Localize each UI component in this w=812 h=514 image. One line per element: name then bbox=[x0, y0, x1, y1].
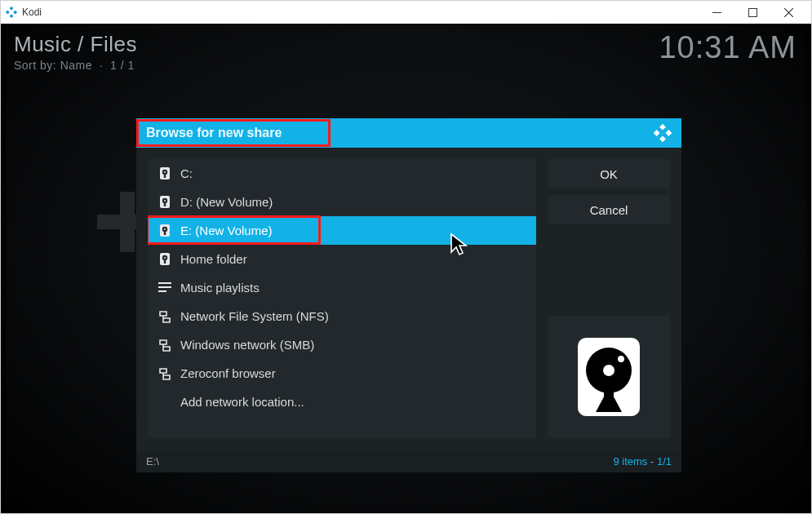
svg-rect-11 bbox=[659, 135, 666, 142]
svg-rect-5 bbox=[748, 8, 757, 16]
dialog-header: Browse for new share bbox=[136, 118, 681, 148]
source-item-label: Add network location... bbox=[180, 395, 304, 409]
svg-rect-9 bbox=[654, 130, 660, 136]
titlebar: Kodi bbox=[1, 1, 811, 24]
source-item-label: D: (New Volume) bbox=[180, 195, 273, 209]
drive-preview-icon bbox=[575, 336, 643, 418]
minimize-button[interactable] bbox=[699, 1, 734, 24]
source-item[interactable]: Network File System (NFS) bbox=[148, 302, 536, 330]
dialog-footer: E:\ 9 items - 1/1 bbox=[136, 450, 681, 472]
svg-rect-2 bbox=[13, 11, 17, 15]
source-item[interactable]: Add network location... bbox=[148, 388, 536, 416]
svg-point-15 bbox=[618, 356, 624, 362]
source-item-label: Zeroconf browser bbox=[180, 366, 276, 380]
source-item[interactable]: E: (New Volume) bbox=[148, 216, 536, 245]
source-item-label: C: bbox=[180, 166, 193, 180]
svg-rect-0 bbox=[10, 7, 14, 11]
kodi-main: Music / Files Sort by: Name · 1 / 1 10:3… bbox=[1, 24, 811, 513]
playlist-icon bbox=[158, 281, 172, 295]
source-item[interactable]: Music playlists bbox=[148, 273, 536, 302]
source-item-label: Windows network (SMB) bbox=[180, 338, 314, 352]
preview-thumbnail bbox=[548, 316, 670, 438]
kodi-logo-icon bbox=[654, 124, 672, 142]
source-item[interactable]: Home folder bbox=[148, 245, 536, 273]
source-item-label: Home folder bbox=[180, 252, 247, 266]
cancel-button[interactable]: Cancel bbox=[548, 195, 670, 224]
source-item-label: Network File System (NFS) bbox=[180, 309, 329, 323]
browse-dialog: Browse for new share C:D: (New Volume)E:… bbox=[136, 118, 681, 472]
source-item[interactable]: Windows network (SMB) bbox=[148, 330, 536, 359]
source-item-label: Music playlists bbox=[180, 281, 260, 295]
close-button[interactable] bbox=[770, 1, 806, 24]
footer-count: 9 items - 1/1 bbox=[613, 455, 672, 467]
drive-icon bbox=[158, 252, 172, 267]
svg-rect-1 bbox=[6, 11, 10, 15]
dialog-body: C:D: (New Volume)E: (New Volume)Home fol… bbox=[136, 148, 681, 450]
app-window: Kodi Music / Files Sort by: Name · 1 / 1… bbox=[0, 0, 812, 514]
footer-path: E:\ bbox=[146, 455, 159, 467]
svg-rect-4 bbox=[712, 12, 721, 13]
breadcrumb-subline: Sort by: Name · 1 / 1 bbox=[14, 59, 137, 72]
svg-rect-16 bbox=[604, 385, 614, 400]
drive-icon bbox=[158, 166, 172, 181]
svg-rect-3 bbox=[10, 14, 14, 18]
maximize-button[interactable] bbox=[734, 1, 770, 24]
dialog-title: Browse for new share bbox=[146, 126, 282, 140]
source-item-label: E: (New Volume) bbox=[180, 224, 273, 237]
breadcrumb-path: Music / Files bbox=[14, 32, 137, 57]
drive-icon bbox=[158, 195, 172, 210]
svg-rect-8 bbox=[659, 124, 666, 131]
source-item[interactable]: D: (New Volume) bbox=[148, 188, 536, 216]
source-list[interactable]: C:D: (New Volume)E: (New Volume)Home fol… bbox=[148, 159, 536, 438]
clock: 10:31 AM bbox=[659, 30, 796, 65]
network-icon bbox=[158, 338, 172, 352]
breadcrumb: Music / Files Sort by: Name · 1 / 1 bbox=[14, 32, 137, 72]
svg-rect-10 bbox=[665, 130, 672, 136]
drive-icon bbox=[158, 224, 172, 238]
source-item[interactable]: Zeroconf browser bbox=[148, 359, 536, 388]
kodi-logo-icon bbox=[6, 7, 17, 18]
svg-point-14 bbox=[603, 365, 615, 376]
titlebar-title: Kodi bbox=[22, 7, 42, 18]
dialog-side: OK Cancel bbox=[548, 159, 670, 438]
source-item[interactable]: C: bbox=[148, 159, 536, 188]
network-icon bbox=[158, 309, 172, 324]
ok-button[interactable]: OK bbox=[548, 159, 670, 188]
network-icon bbox=[158, 366, 172, 381]
